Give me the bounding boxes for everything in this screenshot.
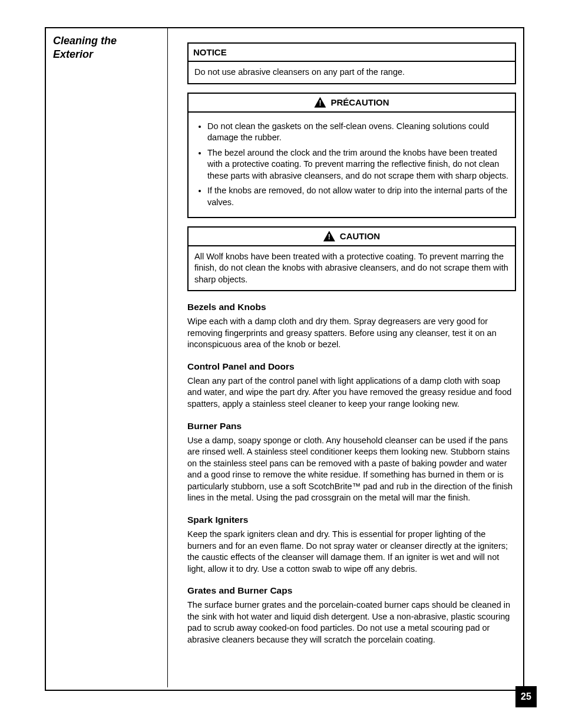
precaution-label: PRÉCAUTION xyxy=(330,97,389,107)
precaution-bullets: Do not clean the gaskets on the self-cle… xyxy=(207,121,509,209)
caution-box: CAUTION All Wolf knobs have been treated… xyxy=(187,226,516,292)
sidebar-title-line1: Cleaning the xyxy=(53,35,117,47)
notice-body: Do not use abrasive cleansers on any par… xyxy=(189,62,515,83)
main-content: NOTICE Do not use abrasive cleansers on … xyxy=(174,34,516,649)
sidebar-title: Cleaning the Exterior xyxy=(53,34,161,61)
section-heading: Bezels and Knobs xyxy=(187,302,516,312)
precaution-head: PRÉCAUTION xyxy=(189,94,515,113)
page-number: 25 xyxy=(515,686,537,707)
warning-icon xyxy=(323,231,335,242)
caution-head: CAUTION xyxy=(189,228,515,246)
notice-head: NOTICE xyxy=(189,44,515,62)
list-item: Do not clean the gaskets on the self-cle… xyxy=(207,121,509,144)
sidebar-title-line2: Exterior xyxy=(53,48,93,60)
precaution-box: PRÉCAUTION Do not clean the gaskets on t… xyxy=(187,93,516,218)
notice-box: NOTICE Do not use abrasive cleansers on … xyxy=(187,42,516,84)
section-heading: Burner Pans xyxy=(187,421,516,431)
notice-label: NOTICE xyxy=(193,47,227,57)
column-divider xyxy=(167,27,168,687)
section-paragraph: Use a damp, soapy sponge or cloth. Any h… xyxy=(187,435,516,504)
list-item: The bezel around the clock and the trim … xyxy=(207,147,509,182)
section-heading: Spark Igniters xyxy=(187,515,516,525)
section-heading: Control Panel and Doors xyxy=(187,361,516,372)
caution-label: CAUTION xyxy=(340,231,380,241)
warning-icon xyxy=(314,97,326,108)
caution-body: All Wolf knobs have been treated with a … xyxy=(189,246,515,291)
section-paragraph: Clean any part of the control panel with… xyxy=(187,375,516,410)
sidebar: Cleaning the Exterior xyxy=(45,27,167,687)
section-paragraph: The surface burner grates and the porcel… xyxy=(187,599,516,645)
precaution-body: Do not clean the gaskets on the self-cle… xyxy=(189,113,515,217)
section-paragraph: Wipe each with a damp cloth and dry them… xyxy=(187,316,516,351)
section-paragraph: Keep the spark igniters clean and dry. T… xyxy=(187,529,516,575)
list-item: If the knobs are removed, do not allow w… xyxy=(207,185,509,208)
section-heading: Grates and Burner Caps xyxy=(187,585,516,596)
page: Cleaning the Exterior NOTICE Do not use … xyxy=(0,0,562,728)
